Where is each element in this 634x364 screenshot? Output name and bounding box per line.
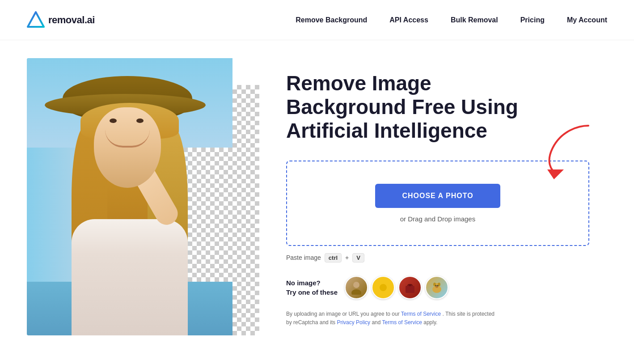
upload-drop-zone[interactable]: CHOOSE A PHOTO or Drag and Drop images — [286, 161, 589, 246]
ctrl-key: ctrl — [325, 253, 342, 262]
footer-text: By uploading an image or URL you agree t… — [286, 310, 501, 327]
hero-image-container — [27, 58, 259, 335]
plus-sign: + — [345, 254, 349, 261]
sample-thumb-bag[interactable] — [398, 276, 422, 299]
sample-thumb-yellow[interactable] — [372, 276, 395, 299]
nav-my-account[interactable]: My Account — [567, 16, 607, 24]
logo[interactable]: removal.ai — [27, 11, 95, 29]
privacy-link[interactable]: Privacy Policy — [337, 319, 370, 326]
paste-label: Paste image — [286, 254, 321, 261]
logo-icon — [27, 11, 45, 29]
drag-drop-text: or Drag and Drop images — [400, 215, 475, 223]
svg-rect-8 — [409, 284, 411, 286]
terms-link-2[interactable]: Terms of Service — [382, 319, 422, 326]
hero-image-area — [0, 58, 259, 344]
main-nav: Remove Background API Access Bulk Remova… — [296, 16, 607, 24]
sample-section: No image? Try one of these — [286, 276, 589, 299]
header: removal.ai Remove Background API Access … — [0, 0, 634, 40]
v-key: V — [352, 253, 364, 262]
logo-text: removal.ai — [48, 14, 95, 26]
hero-photo — [27, 58, 232, 335]
svg-marker-0 — [28, 12, 44, 27]
sample-images — [345, 276, 448, 299]
nav-remove-background[interactable]: Remove Background — [296, 16, 367, 24]
svg-point-13 — [435, 285, 437, 286]
nav-api-access[interactable]: API Access — [389, 16, 428, 24]
svg-point-4 — [351, 289, 361, 295]
svg-point-15 — [435, 286, 438, 288]
hero-title: Remove Image Background Free Using Artif… — [286, 72, 589, 143]
terms-link-1[interactable]: Terms of Service — [401, 311, 441, 317]
choose-photo-button[interactable]: CHOOSE A PHOTO — [375, 184, 500, 208]
svg-point-3 — [353, 282, 359, 288]
woman-figure — [36, 67, 224, 335]
nav-bulk-removal[interactable]: Bulk Removal — [451, 16, 498, 24]
content-side: Remove Image Background Free Using Artif… — [259, 58, 607, 340]
nav-pricing[interactable]: Pricing — [520, 16, 545, 24]
svg-rect-7 — [406, 286, 414, 293]
sample-thumb-dog[interactable] — [425, 276, 448, 299]
svg-point-14 — [437, 285, 439, 286]
svg-marker-2 — [547, 169, 564, 179]
sample-label: No image? Try one of these — [286, 278, 338, 297]
paste-section: Paste image ctrl + V — [286, 253, 589, 262]
main-content: Remove Image Background Free Using Artif… — [0, 40, 634, 362]
svg-point-6 — [380, 284, 387, 291]
sample-thumb-person[interactable] — [345, 276, 368, 299]
